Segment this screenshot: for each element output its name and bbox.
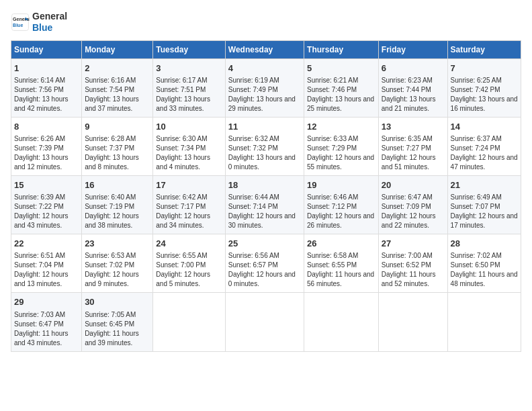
calendar-cell: 30 Sunrise: 7:05 AM Sunset: 6:45 PM Dayl… bbox=[82, 293, 153, 351]
daylight-label: Daylight: 12 hours and 43 minutes. bbox=[14, 212, 69, 229]
day-number: 3 bbox=[156, 62, 222, 75]
sunset-label: Sunset: 7:17 PM bbox=[156, 203, 206, 210]
sunset-label: Sunset: 7:07 PM bbox=[451, 203, 500, 210]
sunrise-label: Sunrise: 6:58 AM bbox=[307, 252, 358, 259]
daylight-label: Daylight: 13 hours and 21 minutes. bbox=[382, 95, 436, 112]
week-row-2: 8 Sunrise: 6:26 AM Sunset: 7:39 PM Dayli… bbox=[11, 117, 521, 175]
sunset-label: Sunset: 7:54 PM bbox=[85, 86, 134, 93]
sunrise-label: Sunrise: 6:17 AM bbox=[156, 77, 207, 84]
sunset-label: Sunset: 7:14 PM bbox=[228, 203, 278, 210]
day-number: 5 bbox=[307, 62, 375, 75]
sunrise-label: Sunrise: 6:21 AM bbox=[307, 77, 358, 84]
calendar-cell: 21 Sunrise: 6:49 AM Sunset: 7:07 PM Dayl… bbox=[447, 175, 521, 234]
sunset-label: Sunset: 7:44 PM bbox=[382, 86, 431, 93]
calendar-cell: 13 Sunrise: 6:35 AM Sunset: 7:27 PM Dayl… bbox=[378, 117, 447, 175]
daylight-label: Daylight: 13 hours and 37 minutes. bbox=[85, 95, 139, 112]
day-number: 27 bbox=[382, 238, 445, 250]
logo-text-line2: Blue bbox=[32, 22, 67, 34]
daylight-label: Daylight: 11 hours and 39 minutes. bbox=[85, 330, 139, 347]
sunrise-label: Sunrise: 6:25 AM bbox=[451, 77, 502, 84]
day-number: 15 bbox=[14, 179, 79, 191]
header-wednesday: Wednesday bbox=[225, 40, 304, 58]
calendar-cell bbox=[153, 293, 225, 351]
sunrise-label: Sunrise: 6:42 AM bbox=[156, 193, 207, 201]
daylight-label: Daylight: 12 hours and 9 minutes. bbox=[85, 271, 139, 287]
week-row-1: 1 Sunrise: 6:14 AM Sunset: 7:56 PM Dayli… bbox=[11, 58, 521, 117]
calendar-table: SundayMondayTuesdayWednesdayThursdayFrid… bbox=[11, 40, 521, 352]
calendar-cell: 25 Sunrise: 6:56 AM Sunset: 6:57 PM Dayl… bbox=[225, 234, 304, 293]
header-friday: Friday bbox=[378, 40, 447, 58]
day-number: 29 bbox=[14, 296, 79, 308]
daylight-label: Daylight: 13 hours and 33 minutes. bbox=[156, 95, 210, 112]
sunset-label: Sunset: 7:51 PM bbox=[156, 86, 206, 93]
sunrise-label: Sunrise: 6:37 AM bbox=[451, 135, 502, 142]
header-saturday: Saturday bbox=[447, 40, 521, 58]
sunrise-label: Sunrise: 6:39 AM bbox=[14, 193, 65, 201]
sunset-label: Sunset: 7:37 PM bbox=[85, 144, 134, 152]
daylight-label: Daylight: 11 hours and 48 minutes. bbox=[451, 271, 518, 287]
day-number: 14 bbox=[451, 121, 518, 133]
daylight-label: Daylight: 13 hours and 8 minutes. bbox=[85, 154, 139, 171]
day-number: 21 bbox=[451, 179, 518, 191]
day-number: 16 bbox=[85, 179, 150, 191]
daylight-label: Daylight: 12 hours and 47 minutes. bbox=[451, 154, 518, 171]
sunset-label: Sunset: 7:04 PM bbox=[14, 261, 64, 269]
sunrise-label: Sunrise: 6:51 AM bbox=[14, 252, 65, 259]
daylight-label: Daylight: 13 hours and 0 minutes. bbox=[228, 154, 296, 171]
calendar-cell: 5 Sunrise: 6:21 AM Sunset: 7:46 PM Dayli… bbox=[304, 58, 379, 117]
sunrise-label: Sunrise: 6:46 AM bbox=[307, 193, 358, 201]
day-number: 8 bbox=[14, 121, 79, 133]
header: General Blue General Blue bbox=[11, 11, 521, 34]
day-number: 25 bbox=[228, 238, 301, 250]
day-number: 1 bbox=[14, 62, 79, 75]
header-sunday: Sunday bbox=[11, 40, 82, 58]
day-number: 12 bbox=[307, 121, 375, 133]
calendar-cell: 16 Sunrise: 6:40 AM Sunset: 7:19 PM Dayl… bbox=[82, 175, 153, 234]
sunrise-label: Sunrise: 6:44 AM bbox=[228, 193, 279, 201]
sunset-label: Sunset: 7:12 PM bbox=[307, 203, 357, 210]
calendar-cell: 12 Sunrise: 6:33 AM Sunset: 7:29 PM Dayl… bbox=[304, 117, 379, 175]
sunrise-label: Sunrise: 6:19 AM bbox=[228, 77, 279, 84]
calendar-header-row: SundayMondayTuesdayWednesdayThursdayFrid… bbox=[11, 40, 521, 58]
calendar-cell: 9 Sunrise: 6:28 AM Sunset: 7:37 PM Dayli… bbox=[82, 117, 153, 175]
sunset-label: Sunset: 7:49 PM bbox=[228, 86, 278, 93]
day-number: 30 bbox=[85, 296, 150, 308]
calendar-cell: 2 Sunrise: 6:16 AM Sunset: 7:54 PM Dayli… bbox=[82, 58, 153, 117]
daylight-label: Daylight: 12 hours and 34 minutes. bbox=[156, 212, 210, 229]
calendar-cell: 23 Sunrise: 6:53 AM Sunset: 7:02 PM Dayl… bbox=[82, 234, 153, 293]
calendar-cell: 28 Sunrise: 7:02 AM Sunset: 6:50 PM Dayl… bbox=[447, 234, 521, 293]
day-number: 4 bbox=[228, 62, 301, 75]
daylight-label: Daylight: 12 hours and 22 minutes. bbox=[382, 212, 436, 229]
sunset-label: Sunset: 7:56 PM bbox=[14, 86, 64, 93]
sunrise-label: Sunrise: 6:14 AM bbox=[14, 77, 65, 84]
sunrise-label: Sunrise: 6:32 AM bbox=[228, 135, 279, 142]
calendar-cell: 26 Sunrise: 6:58 AM Sunset: 6:55 PM Dayl… bbox=[304, 234, 379, 293]
daylight-label: Daylight: 11 hours and 43 minutes. bbox=[14, 330, 69, 347]
logo-text-line1: General bbox=[32, 11, 67, 22]
day-number: 7 bbox=[451, 62, 518, 75]
day-number: 22 bbox=[14, 238, 79, 250]
daylight-label: Daylight: 12 hours and 51 minutes. bbox=[382, 154, 436, 171]
sunset-label: Sunset: 7:00 PM bbox=[156, 261, 206, 269]
daylight-label: Daylight: 11 hours and 52 minutes. bbox=[382, 271, 436, 287]
calendar-cell: 14 Sunrise: 6:37 AM Sunset: 7:24 PM Dayl… bbox=[447, 117, 521, 175]
day-number: 24 bbox=[156, 238, 222, 250]
sunset-label: Sunset: 6:50 PM bbox=[451, 261, 500, 269]
sunset-label: Sunset: 7:19 PM bbox=[85, 203, 134, 210]
sunrise-label: Sunrise: 7:03 AM bbox=[14, 311, 65, 318]
daylight-label: Daylight: 13 hours and 25 minutes. bbox=[307, 95, 374, 112]
calendar-cell bbox=[378, 293, 447, 351]
sunrise-label: Sunrise: 6:47 AM bbox=[382, 193, 433, 201]
daylight-label: Daylight: 12 hours and 55 minutes. bbox=[307, 154, 374, 171]
day-number: 2 bbox=[85, 62, 150, 75]
sunrise-label: Sunrise: 6:16 AM bbox=[85, 77, 136, 84]
calendar-cell: 3 Sunrise: 6:17 AM Sunset: 7:51 PM Dayli… bbox=[153, 58, 225, 117]
daylight-label: Daylight: 12 hours and 17 minutes. bbox=[451, 212, 518, 229]
sunrise-label: Sunrise: 6:55 AM bbox=[156, 252, 207, 259]
sunrise-label: Sunrise: 6:28 AM bbox=[85, 135, 136, 142]
sunset-label: Sunset: 7:24 PM bbox=[451, 144, 500, 152]
sunrise-label: Sunrise: 7:00 AM bbox=[382, 252, 433, 259]
calendar-cell bbox=[447, 293, 521, 351]
svg-text:Blue: Blue bbox=[13, 23, 23, 28]
daylight-label: Daylight: 12 hours and 5 minutes. bbox=[156, 271, 210, 287]
